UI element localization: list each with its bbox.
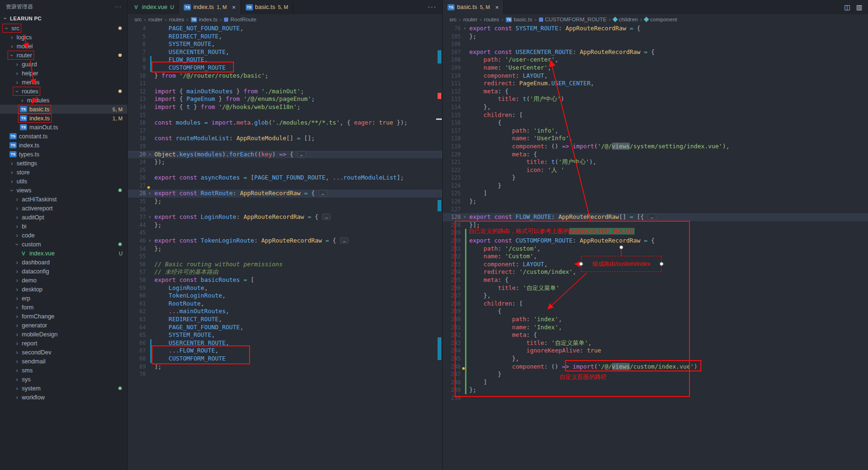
code-line-57[interactable]: 57// 未经许可的基本路由 [128,268,442,276]
code-line-76[interactable]: 76›export const SYSTEM_ROUTE: AppRouteRe… [443,25,868,33]
tree-item-guard[interactable]: ›guard [0,60,127,69]
tree-item-generator[interactable]: ›generator [0,321,127,330]
tree-item-sms[interactable]: ›sms [0,366,127,375]
folded-ellipsis-badge[interactable]: … [319,190,327,196]
code-line-18[interactable]: 18const routeModuleList: AppRouteModule[… [128,135,442,143]
tree-item-types.ts[interactable]: TStypes.ts [0,150,127,159]
code-line-111[interactable]: 111 redirect: PageEnum.USER_CENTER, [443,80,868,88]
breadcrumb-item-routes[interactable]: routes [484,17,499,22]
code-line-123[interactable]: 123 } [443,174,868,182]
tree-item-mainOut.ts[interactable]: TSmainOut.ts [0,123,127,132]
tree-item-form[interactable]: ›form [0,303,127,312]
code-line-61[interactable]: 61 RootRoute, [128,300,442,308]
code-line-19[interactable]: 19 [128,143,442,151]
tree-item-report[interactable]: ›report [0,339,127,348]
code-line-241[interactable]: 241 name: 'Index', [443,324,868,332]
tree-item-activereport[interactable]: ›activereport [0,204,127,213]
tree-item-actHiTaskinst[interactable]: ›actHiTaskinst [0,195,127,204]
tree-item-dashboard[interactable]: ›dashboard [0,258,127,267]
breadcrumb-item-src[interactable]: src [134,17,142,22]
code-line-12[interactable]: 12import { mainOutRoutes } from './mainO… [128,88,442,96]
code-line-248[interactable]: 248 ] [443,379,868,387]
code-line-115[interactable]: 115 children: [ [443,111,868,119]
breadcrumb-item-routes[interactable]: routes [169,17,184,22]
split-editor-icon[interactable]: ◫ [844,3,850,11]
breadcrumb-item-basic.ts[interactable]: TSbasic.ts [506,17,532,22]
code-line-44[interactable]: 44}; [128,221,442,229]
code-line-230[interactable]: 230export const CUSTOMFORM_ROUTE: AppRou… [443,237,868,245]
folded-ellipsis-badge[interactable]: … [340,237,349,244]
code-line-69[interactable]: 69]; [128,363,442,371]
editor-actions-more-icon[interactable]: ··· [422,0,442,14]
code-line-231[interactable]: 231 path: '/custom', [443,245,868,253]
code-line-13[interactable]: 13import { PageEnum } from '/@/enums/pag… [128,95,442,103]
folded-ellipsis-badge[interactable]: … [322,214,331,220]
code-line-25[interactable]: 25 [128,166,442,174]
code-line-24[interactable]: 24}); [128,158,442,166]
code-line-236[interactable]: 236 title: '自定义菜单' [443,284,868,292]
code-line-228[interactable]: 228}]; [443,221,868,229]
code-line-5[interactable]: 5 REDIRECT_ROUTE, [128,33,442,41]
explorer-more-icon[interactable]: ··· [115,4,122,9]
fold-chevron-icon[interactable]: › [148,190,152,198]
breadcrumb-item-RootRoute[interactable]: RootRoute [224,17,256,22]
code-line-232[interactable]: 232 name: 'Custom', [443,253,868,261]
tab-index.ts[interactable]: TSindex.ts1, M× [179,0,241,14]
tree-item-settings[interactable]: ›settings [0,159,127,168]
tree-item-erp[interactable]: ›erp [0,294,127,303]
tree-item-index.vue[interactable]: Vindex.vueU [0,249,127,258]
tree-item-mobileDesign[interactable]: ›mobileDesign [0,330,127,339]
code-line-127[interactable]: 127 [443,206,868,214]
tree-item-index.ts[interactable]: TSindex.ts [0,141,127,150]
tree-item-workflow[interactable]: ›workflow [0,393,127,402]
code-line-118[interactable]: 118 name: 'UserInfo', [443,135,868,143]
breadcrumb-item-index.ts[interactable]: TSindex.ts [191,17,218,22]
code-line-250[interactable]: 250 [443,394,868,402]
code-line-243[interactable]: 243 title: '自定义菜单', [443,339,868,347]
code-line-56[interactable]: 56// Basic routing without permissions [128,261,442,269]
code-line-10[interactable]: 10} from '/@/router/routes/basic'; [128,72,442,80]
code-line-16[interactable]: 16const modules = import.meta.glob('./mo… [128,119,442,127]
breadcrumb-item-children[interactable]: children [613,17,638,22]
code-line-63[interactable]: 63 REDIRECT_ROUTE, [128,316,442,324]
tree-item-desktop[interactable]: ›desktop [0,285,127,294]
code-line-37[interactable]: 37›export const LoginRoute: AppRouteReco… [128,213,442,221]
code-line-6[interactable]: 6 SYSTEM_ROUTE, [128,40,442,48]
code-line-108[interactable]: 108 path: '/user-center', [443,56,868,64]
code-line-237[interactable]: 237 }, [443,292,868,300]
code-line-233[interactable]: 233 component: LAYOUT, [443,261,868,269]
code-line-240[interactable]: 240 path: 'index', [443,316,868,324]
code-line-124[interactable]: 124 } [443,182,868,190]
code-line-4[interactable]: 4 PAGE_NOT_FOUND_ROUTE, [128,25,442,33]
breadcrumb-item-router[interactable]: router [463,17,477,22]
tree-item-custom[interactable]: ›custom [0,240,127,249]
tree-item-secondDev[interactable]: ›secondDev [0,348,127,357]
code-line-246[interactable]: 246● component: () => import('/@/views/c… [443,363,868,371]
code-line-15[interactable]: 15 [128,111,442,119]
code-line-121[interactable]: 121 title: t('用户中心'), [443,158,868,166]
code-line-62[interactable]: 62 ...mainOutRoutes, [128,307,442,316]
tree-item-bi[interactable]: ›bi [0,222,127,231]
tree-item-code[interactable]: ›code [0,231,127,240]
code-line-120[interactable]: 120 meta: { [443,151,868,159]
code-line-126[interactable]: 126}; [443,198,868,206]
code-line-235[interactable]: 235 meta: { [443,276,868,284]
code-line-242[interactable]: 242 meta: { [443,331,868,339]
breadcrumb-item-router[interactable]: router [148,17,162,22]
code-line-247[interactable]: 247 } [443,371,868,379]
code-line-60[interactable]: 60 TokenLoginRoute, [128,292,442,300]
code-line-234[interactable]: 234 redirect: '/custom/index', [443,268,868,276]
tree-item-demo[interactable]: ›demo [0,276,127,285]
code-line-106[interactable]: 106 [443,40,868,48]
tree-item-formChange[interactable]: ›formChange [0,312,127,321]
code-line-67[interactable]: 67 ...FLOW_ROUTE, [128,347,442,355]
tab-basic.ts[interactable]: TSbasic.ts5, M [241,0,294,14]
breadcrumb-item-component[interactable]: component [644,17,677,22]
fold-chevron-icon[interactable]: › [148,213,152,221]
code-line-113[interactable]: 113 title: t('用户中心') [443,95,868,103]
tree-item-auditOpt[interactable]: ›auditOpt [0,213,127,222]
code-line-239[interactable]: 239 { [443,307,868,316]
breadcrumb-item-CUSTOMFORM_ROUTE[interactable]: CUSTOMFORM_ROUTE [539,17,607,22]
tree-item-store[interactable]: ›store [0,168,127,177]
code-line-68[interactable]: 68 CUSTOMFORM_ROUTE [128,355,442,363]
